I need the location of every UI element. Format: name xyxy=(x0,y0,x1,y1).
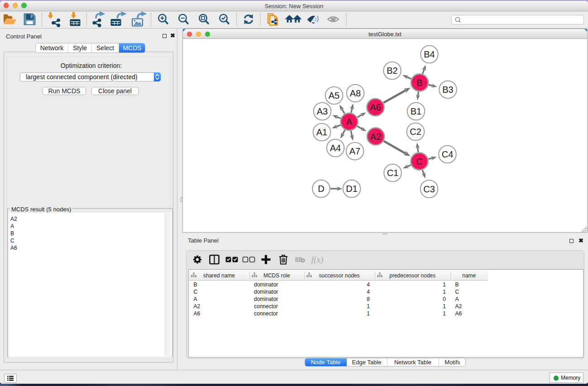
svg-text:A4: A4 xyxy=(330,143,341,153)
svg-text:B: B xyxy=(416,78,422,88)
svg-text:C3: C3 xyxy=(423,184,435,194)
svg-text:B1: B1 xyxy=(411,106,421,116)
svg-text:B2: B2 xyxy=(387,66,397,76)
svg-text:C4: C4 xyxy=(442,149,454,159)
svg-text:A: A xyxy=(346,117,353,127)
svg-text:A2: A2 xyxy=(370,132,381,142)
svg-text:A7: A7 xyxy=(349,146,360,156)
svg-text:A3: A3 xyxy=(317,106,328,116)
svg-text:C: C xyxy=(416,157,422,167)
svg-text:B3: B3 xyxy=(442,85,453,95)
svg-text:A8: A8 xyxy=(350,88,361,98)
svg-text:C2: C2 xyxy=(410,127,421,137)
svg-text:C1: C1 xyxy=(387,168,399,178)
svg-text:D1: D1 xyxy=(346,184,358,194)
svg-text:B4: B4 xyxy=(424,49,435,59)
svg-text:D: D xyxy=(318,184,324,194)
svg-text:A1: A1 xyxy=(316,127,327,137)
svg-text:A6: A6 xyxy=(370,102,381,112)
svg-text:A5: A5 xyxy=(329,91,339,100)
svg-text:f(x): f(x) xyxy=(311,255,323,265)
